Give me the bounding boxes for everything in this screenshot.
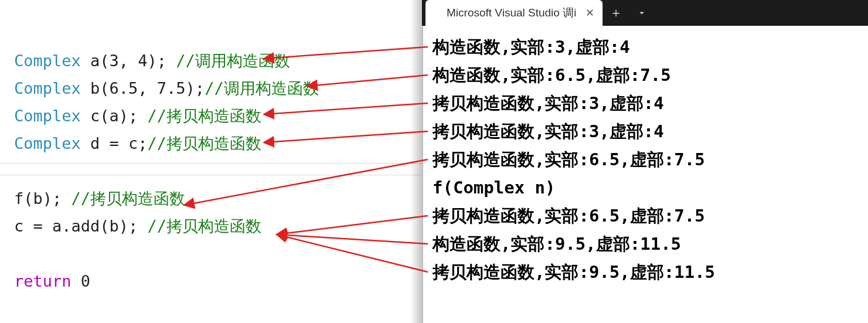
comment: //拷贝构造函数 [72, 189, 186, 208]
type-keyword: Complex [14, 107, 90, 125]
code-text: c = a.add(b); [14, 217, 148, 235]
return-keyword: return [14, 272, 81, 290]
console-line: 拷贝构造函数,实部:9.5,虚部:11.5 [433, 258, 861, 286]
console-tab[interactable]: Microsoft Visual Studio 调i ✕ [426, 0, 603, 26]
code-line-2: Complex b(6.5, 7.5);//调用构造函数 [14, 74, 422, 102]
comment: //拷贝构造函数 [148, 107, 262, 125]
tab-menu-button[interactable] [629, 0, 655, 26]
console-line: f(Complex n) [433, 174, 861, 202]
code-text: c(a); [90, 107, 148, 125]
code-text: f(b); [14, 189, 72, 208]
type-keyword: Complex [14, 134, 90, 152]
code-text: b(6.5, 7.5); [90, 79, 205, 97]
console-line: 拷贝构造函数,实部:6.5,虚部:7.5 [433, 145, 861, 174]
console-tabbar: Microsoft Visual Studio 调i ✕ ＋ [422, 0, 868, 26]
console-line: 拷贝构造函数,实部:3,虚部:4 [433, 89, 861, 117]
code-text: d = c; [90, 134, 148, 152]
console-line: 构造函数,实部:3,虚部:4 [433, 33, 861, 61]
code-text: a(3, 4); [90, 52, 176, 70]
chevron-down-icon [636, 8, 647, 18]
console-line: 构造函数,实部:9.5,虚部:11.5 [433, 230, 861, 258]
console-window: Microsoft Visual Studio 调i ✕ ＋ 构造函数,实部:3… [422, 0, 868, 323]
code-text: 0 [81, 272, 90, 290]
console-line: 拷贝构造函数,实部:6.5,虚部:7.5 [433, 202, 861, 230]
code-line-6: c = a.add(b); //拷贝构造函数 [14, 212, 422, 240]
console-line: 拷贝构造函数,实部:3,虚部:4 [433, 117, 861, 145]
code-line-4: Complex d = c;//拷贝构造函数 [14, 130, 422, 157]
code-line-return: return 0 [14, 267, 422, 295]
code-editor[interactable]: Complex a(3, 4); //调用构造函数 Complex b(6.5,… [0, 0, 422, 323]
comment: //调用构造函数 [176, 52, 290, 70]
console-line: 构造函数,实部:6.5,虚部:7.5 [433, 61, 861, 89]
comment: //拷贝构造函数 [148, 134, 262, 152]
new-tab-button[interactable]: ＋ [603, 0, 629, 26]
code-line-5: f(b); //拷贝构造函数 [14, 185, 422, 212]
code-line-1: Complex a(3, 4); //调用构造函数 [14, 47, 422, 74]
type-keyword: Complex [14, 52, 90, 70]
close-icon[interactable]: ✕ [586, 6, 594, 19]
comment: //调用构造函数 [205, 79, 319, 97]
comment: //拷贝构造函数 [148, 217, 262, 235]
code-line-3: Complex c(a); //拷贝构造函数 [14, 102, 422, 130]
type-keyword: Complex [14, 79, 90, 97]
editor-divider [0, 163, 422, 164]
tab-title: Microsoft Visual Studio 调i [447, 5, 576, 21]
console-output[interactable]: 构造函数,实部:3,虚部:4 构造函数,实部:6.5,虚部:7.5 拷贝构造函数… [422, 26, 868, 293]
editor-divider [0, 175, 422, 175]
